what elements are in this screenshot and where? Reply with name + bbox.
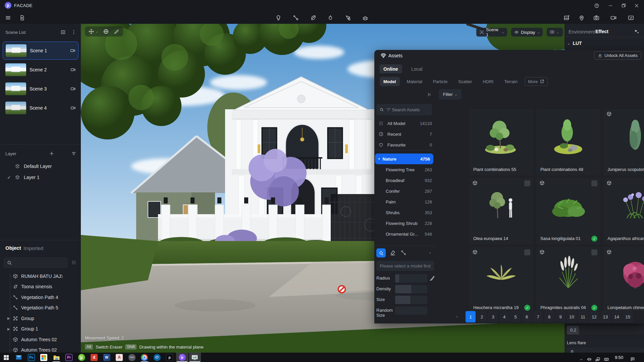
asset-card[interactable]: Heuchera micrantha 19✓ [469,247,533,311]
asset-card[interactable]: Loropetalum chinen... [603,247,644,311]
page-8[interactable]: 8 [544,311,554,322]
kebab-menu-icon[interactable] [71,29,76,35]
object-search-input[interactable] [3,257,68,268]
object-item[interactable]: Toona sinensis [13,282,80,292]
collapse-sidebar-icon[interactable] [427,92,432,97]
render-image-icon[interactable] [562,13,571,22]
page-11[interactable]: 11 [578,311,588,322]
tab-object[interactable]: Object [5,245,21,251]
unlock-all-assets-button[interactable]: Unlock All Assets [594,51,641,60]
asset-card[interactable]: Phragmites australis 04✓ [536,247,600,311]
scene-item-scene-3[interactable]: Scene 3 [3,80,78,98]
effect-slider[interactable]: 0.2 [567,326,644,335]
asset-tab-hdri[interactable]: HDRI [479,77,497,86]
asset-checkbox[interactable] [591,180,597,186]
scene-item-scene-1[interactable]: Scene 1 [3,42,78,60]
object-item[interactable]: ▶Group [13,313,80,323]
category-nature-selected[interactable]: ▾ Nature 4756 [375,154,433,164]
asset-card[interactable]: Olea europaea 14 [469,178,533,244]
globe-icon[interactable] [103,28,109,35]
taskbar-word-icon[interactable]: W [101,353,113,362]
path-tool-icon[interactable] [291,13,300,22]
page-5[interactable]: 5 [511,311,521,322]
asset-tab-particle[interactable]: Particle [429,77,451,86]
filter-button[interactable]: Filter ⌄ [439,89,462,100]
subcategory-flowering-tree[interactable]: Flowering Tree263 [376,164,433,175]
slider-track[interactable] [395,296,427,304]
network-icon[interactable] [595,355,600,362]
add-scene-icon[interactable] [60,29,66,35]
object-item[interactable]: Autumn Trees 02 [13,334,80,345]
pen-icon[interactable] [114,28,120,35]
move-axis-icon[interactable] [88,28,94,35]
scene-item-scene-2[interactable]: Scene 2 [3,61,78,79]
page-7[interactable]: 7 [533,311,543,322]
taskbar-explorer-icon[interactable] [50,353,62,362]
page-6[interactable]: 6 [522,311,532,322]
video-icon[interactable] [609,13,618,22]
page-4[interactable]: 4 [499,311,509,322]
object-item[interactable]: Vegetation Path 4 [13,292,80,302]
slider-track[interactable] [395,285,427,293]
asset-tab-model[interactable]: Model [380,77,400,86]
asset-tab-more[interactable]: More [525,77,548,86]
subcategory-ornamental-gr-[interactable]: Ornamental Gr...548 [376,229,433,239]
source-tab-local[interactable]: Local [407,64,426,73]
page-12[interactable]: 12 [589,311,599,322]
light-tool-icon[interactable] [274,13,283,22]
page-2[interactable]: 2 [477,311,487,322]
tray-chevron-up-icon[interactable] [579,355,584,362]
path-scatter-tool-icon[interactable] [400,250,407,256]
slider-track[interactable] [395,306,427,315]
location-pin-icon[interactable] [577,13,586,22]
asset-checkbox[interactable] [524,249,530,255]
hamburger-menu-icon[interactable] [4,13,12,22]
render-queue-icon[interactable] [627,13,635,22]
asset-tab-material[interactable]: Material [403,77,426,86]
subcategory-shrubs[interactable]: Shrubs353 [376,207,433,218]
asset-nav-all-model[interactable]: All Model14133 [376,118,433,128]
page-13[interactable]: 13 [600,311,610,322]
clock[interactable]: 9:50 [615,355,623,360]
camera-icon[interactable] [592,13,601,22]
caret-right-icon[interactable]: ▶ [7,327,10,331]
page-prev-icon[interactable]: ‹ [456,314,458,319]
asset-nav-favourite[interactable]: Favourite0 [376,140,433,150]
taskbar-d5launch-icon[interactable]: p [164,353,176,362]
notification-center-icon[interactable] [630,355,635,362]
taskbar-pr-icon[interactable]: Pr [63,353,75,362]
display-mode-button[interactable]: Display ⌄ [511,28,543,37]
paint-brush-tool-active[interactable] [376,248,386,257]
keyboard-icon[interactable] [604,355,609,362]
particle-tool-icon[interactable] [326,13,335,22]
eraser-tool-icon[interactable] [390,250,396,256]
minimize-icon[interactable] [605,2,615,9]
layer-item[interactable]: ✓Layer 1 [0,172,81,182]
taskbar-d5-icon[interactable]: p [176,353,188,362]
asset-tab-scatter[interactable]: Scatter [454,77,476,86]
page-1[interactable]: 1 [466,311,476,322]
taskbar-appwin-icon[interactable] [189,353,201,362]
page-9[interactable]: 9 [555,311,566,322]
volume-icon[interactable] [587,355,592,362]
asset-card[interactable]: Sasa longiligulata 01✓ [536,178,600,244]
page-14[interactable]: 14 [612,311,622,322]
render-channel-button[interactable]: ⌄ [547,28,563,37]
asset-card[interactable]: Agapanthus african... [603,178,644,244]
terrain-tool-icon[interactable] [361,13,370,22]
asset-tab-terrain[interactable]: Terrain [500,77,521,86]
taskbar-store-icon[interactable] [38,353,50,362]
asset-nav-recent[interactable]: Recent7 [376,129,433,139]
subcategory-conifer[interactable]: Conifer287 [376,186,433,196]
slider-track[interactable] [395,274,427,283]
taskbar-ps-icon[interactable]: Ps [25,353,37,362]
page-15[interactable]: 15 [623,311,633,322]
add-layer-icon[interactable] [49,151,54,156]
brush-select-tool-icon[interactable] [343,13,352,22]
ai-effects-icon[interactable] [634,28,640,35]
lut-section-header[interactable]: ⌄ LUT [567,41,582,46]
page-3[interactable]: 3 [488,311,498,322]
import-file-icon[interactable] [18,13,26,22]
asset-card[interactable]: Plant combinations 48 [536,109,600,175]
taskbar-sketch-icon[interactable] [151,353,163,362]
